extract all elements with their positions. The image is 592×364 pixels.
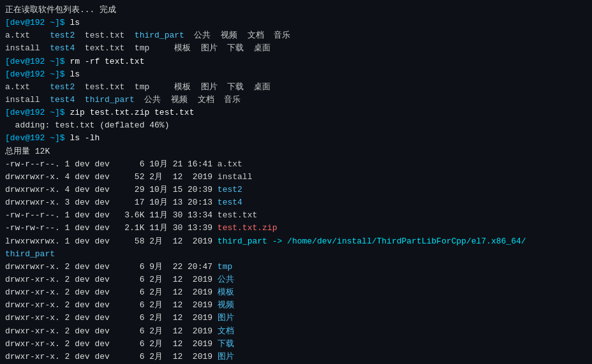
terminal-line: -rw-r--r--. 1 dev dev 6 10月 21 16:41 a.t…: [5, 158, 587, 171]
terminal-line: [dev@192 ~]$ ls -lh: [5, 132, 587, 145]
terminal-line: drwxr-xr-x. 2 dev dev 6 2月 12 2019 文档: [5, 325, 587, 338]
terminal-line: [dev@192 ~]$ zip test.txt.zip test.txt: [5, 106, 587, 119]
terminal-line: drwxr-xr-x. 2 dev dev 6 2月 12 2019 模板: [5, 286, 587, 299]
terminal-line: -rw-rw-r--. 1 dev dev 2.1K 11月 30 13:39 …: [5, 222, 587, 235]
terminal-line: drwxrwxr-x. 4 dev dev 29 10月 15 20:39 te…: [5, 184, 587, 196]
terminal-line: drwxrwxr-x. 4 dev dev 52 2月 12 2019 inst…: [5, 171, 587, 184]
terminal-window: 正在读取软件包列表... 完成 [dev@192 ~]$ ls a.txt te…: [0, 0, 592, 364]
terminal-line: drwxr-xr-x. 2 dev dev 6 2月 12 2019 公共: [5, 273, 587, 286]
terminal-line: drwxrwxr-x. 2 dev dev 6 9月 22 20:47 tmp: [5, 261, 587, 273]
terminal-line: [dev@192 ~]$ ls: [5, 68, 587, 81]
terminal-line: third_part: [5, 248, 587, 261]
terminal-line: a.txt test2 test.txt tmp 模板 图片 下载 桌面: [5, 81, 587, 94]
terminal-line: install test4 third_part 公共 视频 文档 音乐: [5, 94, 587, 106]
terminal-line: [dev@192 ~]$ ls: [5, 17, 587, 29]
terminal-line: 总用量 12K: [5, 145, 587, 158]
terminal-line: drwxr-xr-x. 2 dev dev 6 2月 12 2019 图片: [5, 312, 587, 324]
terminal-line: install test4 text.txt tmp 模板 图片 下载 桌面: [5, 42, 587, 55]
terminal-line: drwxr-xr-x. 2 dev dev 6 2月 12 2019 图片: [5, 351, 587, 363]
terminal-line: drwxr-xr-x. 2 dev dev 6 2月 12 2019 下载: [5, 338, 587, 351]
terminal-line: -rw-r--r--. 1 dev dev 3.6K 11月 30 13:34 …: [5, 209, 587, 222]
terminal-line: drwxr-xr-x. 2 dev dev 6 2月 12 2019 视频: [5, 299, 587, 312]
terminal-line: lrwxrwxrwx. 1 dev dev 58 2月 12 2019 thir…: [5, 235, 587, 248]
terminal-line: adding: test.txt (deflated 46%): [5, 119, 587, 132]
terminal-line: a.txt test2 test.txt third_part 公共 视频 文档…: [5, 29, 587, 42]
terminal-line: [dev@192 ~]$ rm -rf text.txt: [5, 55, 587, 68]
terminal-line: 正在读取软件包列表... 完成: [5, 4, 587, 17]
terminal-line: drwxrwxr-x. 3 dev dev 17 10月 13 20:13 te…: [5, 196, 587, 209]
